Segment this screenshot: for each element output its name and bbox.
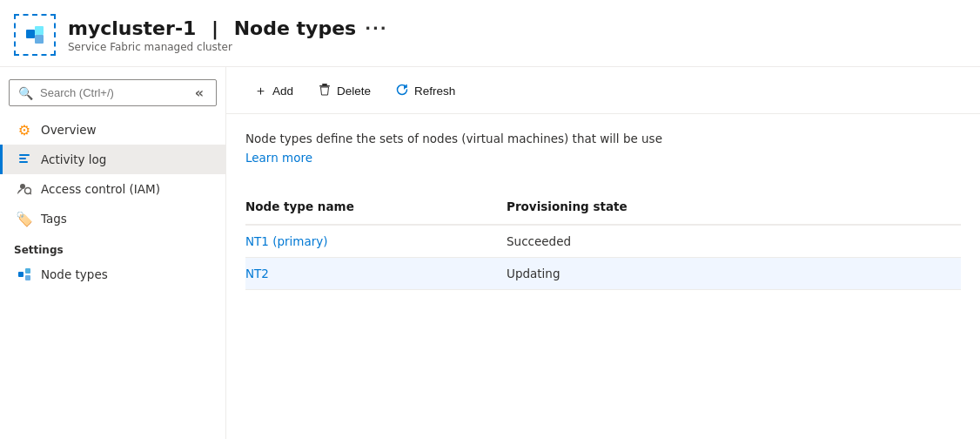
resource-icon xyxy=(14,14,56,56)
svg-point-7 xyxy=(25,188,31,194)
settings-section-label: Settings xyxy=(0,233,225,260)
svg-line-8 xyxy=(30,193,32,195)
activity-log-icon xyxy=(17,152,32,167)
svg-rect-1 xyxy=(35,26,44,35)
resource-type: Node types xyxy=(234,17,356,39)
search-icon: 🔍 xyxy=(18,86,33,100)
svg-rect-11 xyxy=(25,275,30,280)
search-box[interactable]: 🔍 « xyxy=(9,79,217,106)
svg-rect-10 xyxy=(25,268,30,274)
svg-rect-9 xyxy=(18,272,23,277)
node-types-icon xyxy=(17,267,32,282)
learn-more-link[interactable]: Learn more xyxy=(245,151,312,165)
access-control-icon xyxy=(17,181,32,197)
node-type-name-nt1[interactable]: NT1 (primary) xyxy=(245,226,507,257)
table-header: Node type name Provisioning state xyxy=(245,194,961,226)
node-types-table: Node type name Provisioning state NT1 (p… xyxy=(245,194,961,290)
collapse-button[interactable]: « xyxy=(191,84,207,101)
sidebar-item-overview[interactable]: ⚙️ Overview xyxy=(0,115,225,145)
delete-button[interactable]: Delete xyxy=(307,78,381,105)
overview-icon: ⚙️ xyxy=(17,122,32,138)
svg-rect-5 xyxy=(19,161,28,163)
svg-rect-12 xyxy=(322,84,327,85)
description-text: Node types define the sets of nodes (vir… xyxy=(245,130,855,147)
table-row: NT2 Updating xyxy=(245,258,961,290)
body-layout: 🔍 « ⚙️ Overview Activity log Access cont… xyxy=(0,67,980,439)
more-options-icon[interactable]: ··· xyxy=(365,19,388,37)
page-header: mycluster-1 | Node types ··· Service Fab… xyxy=(0,0,980,67)
col-header-state: Provisioning state xyxy=(507,194,961,219)
col-header-name: Node type name xyxy=(245,194,507,219)
svg-rect-3 xyxy=(19,154,30,156)
node-type-state-nt1: Succeeded xyxy=(507,226,961,257)
node-type-state-nt2: Updating xyxy=(507,258,961,289)
table-row: NT1 (primary) Succeeded xyxy=(245,226,961,258)
header-text-block: mycluster-1 | Node types ··· Service Fab… xyxy=(68,17,388,53)
add-label: Add xyxy=(272,84,293,98)
delete-label: Delete xyxy=(337,84,371,98)
tags-label: Tags xyxy=(41,212,67,226)
svg-rect-4 xyxy=(19,158,26,159)
overview-label: Overview xyxy=(41,123,97,137)
node-types-label: Node types xyxy=(41,267,108,281)
sidebar-item-activity-log[interactable]: Activity log xyxy=(0,145,225,174)
activity-log-label: Activity log xyxy=(41,152,106,166)
svg-rect-13 xyxy=(319,85,330,87)
main-content: ＋ Add Delete xyxy=(226,67,980,439)
toolbar: ＋ Add Delete xyxy=(226,67,980,114)
refresh-button[interactable]: Refresh xyxy=(385,78,466,105)
tags-icon: 🏷️ xyxy=(17,211,32,226)
resource-subtitle: Service Fabric managed cluster xyxy=(68,41,388,53)
sidebar-item-access-control[interactable]: Access control (IAM) xyxy=(0,174,225,204)
search-input[interactable] xyxy=(40,86,185,99)
refresh-icon xyxy=(395,83,409,99)
refresh-label: Refresh xyxy=(414,84,455,98)
title-separator: | xyxy=(205,17,225,39)
node-type-name-nt2[interactable]: NT2 xyxy=(245,258,507,289)
sidebar-item-node-types[interactable]: Node types xyxy=(0,260,225,289)
sidebar-item-tags[interactable]: 🏷️ Tags xyxy=(0,204,225,233)
add-button[interactable]: ＋ Add xyxy=(244,78,304,105)
access-control-label: Access control (IAM) xyxy=(41,182,160,196)
sidebar: 🔍 « ⚙️ Overview Activity log Access cont… xyxy=(0,67,226,439)
content-area: Node types define the sets of nodes (vir… xyxy=(226,114,980,439)
delete-icon xyxy=(318,83,332,99)
page-title: mycluster-1 | Node types ··· xyxy=(68,17,388,39)
add-icon: ＋ xyxy=(254,83,267,99)
svg-rect-0 xyxy=(26,30,35,38)
cluster-name: mycluster-1 xyxy=(68,17,196,39)
svg-point-6 xyxy=(20,184,25,189)
svg-rect-2 xyxy=(35,35,44,44)
